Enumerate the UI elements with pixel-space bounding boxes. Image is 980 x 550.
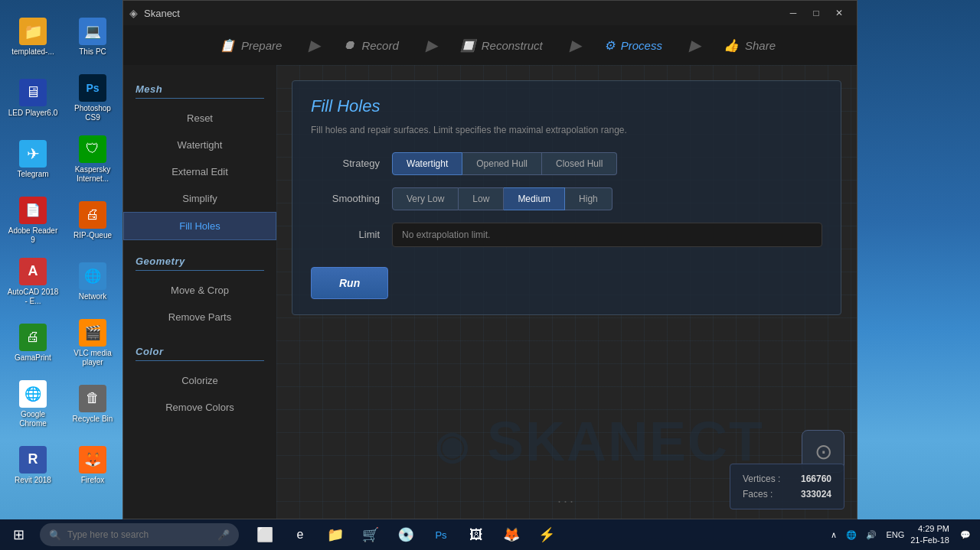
tab-share[interactable]: 👍 Share <box>693 25 791 65</box>
taskbar-search[interactable]: 🔍 🎤 <box>40 523 239 546</box>
window-controls: ─ □ ✕ <box>782 5 851 21</box>
faces-value: 333024 <box>801 489 831 500</box>
desktop-icon-vlc[interactable]: 🎬 VLC media player <box>63 312 122 373</box>
mic-icon: 🎤 <box>217 529 230 541</box>
stats-panel: Vertices : 166760 Faces : 333024 <box>730 464 844 509</box>
search-input[interactable] <box>67 529 211 540</box>
close-button[interactable]: ✕ <box>828 5 851 21</box>
app-icon: ◈ <box>129 7 138 19</box>
strategy-buttons: Watertight Opened Hull Closed Hull <box>392 152 617 175</box>
smoothing-high-button[interactable]: High <box>565 187 612 210</box>
search-icon: 🔍 <box>49 529 61 541</box>
sidebar-item-reset[interactable]: Reset <box>123 105 276 132</box>
smoothing-label: Smoothing <box>311 193 380 204</box>
panel-description: Fill holes and repair surfaces. Limit sp… <box>311 124 822 137</box>
smoothing-medium-button[interactable]: Medium <box>504 187 565 210</box>
prepare-icon: 📋 <box>220 38 235 53</box>
tab-process[interactable]: ⚙ Process <box>573 25 693 65</box>
taskbar-taskview-button[interactable]: ⬜ <box>248 519 282 550</box>
clock-date: 21-Feb-18 <box>910 535 949 546</box>
desktop-icon-revit[interactable]: R Revit 2018 <box>3 434 63 496</box>
smoothing-very-low-button[interactable]: Very Low <box>392 187 459 210</box>
tab-reconstruct[interactable]: 🔲 Reconstruct <box>430 25 573 65</box>
desktop-icon-gamaprint[interactable]: 🖨 GamaPrint <box>3 312 63 373</box>
smoothing-low-button[interactable]: Low <box>459 187 504 210</box>
desktop-icon-ledplayer[interactable]: 🖥 LED Player6.0 <box>3 67 63 129</box>
strategy-watertight-button[interactable]: Watertight <box>392 152 462 175</box>
strategy-closed-hull-button[interactable]: Closed Hull <box>542 152 617 175</box>
limit-input[interactable] <box>392 223 822 247</box>
taskbar-dvd-button[interactable]: 💿 <box>389 519 423 550</box>
desktop-icon-thispc[interactable]: 💻 This PC <box>63 6 122 67</box>
minimize-button[interactable]: ─ <box>782 5 805 21</box>
taskbar-extra-button[interactable]: ⚡ <box>530 519 564 550</box>
sidebar-section-mesh-label: Mesh <box>123 77 276 98</box>
sidebar-item-colorize[interactable]: Colorize <box>123 367 276 394</box>
record-icon: ⏺ <box>343 38 355 52</box>
sidebar-item-watertight[interactable]: Watertight <box>123 132 276 158</box>
maximize-button[interactable]: □ <box>805 5 828 21</box>
desktop-icon-ripqueue[interactable]: 🖨 RIP-Queue <box>63 190 122 251</box>
clock-time: 4:29 PM <box>910 523 949 535</box>
sidebar-item-move-crop[interactable]: Move & Crop <box>123 277 276 304</box>
desktop: 📁 templated-... 🖥 LED Player6.0 ✈ Telegr… <box>0 0 980 550</box>
mesh-section-divider <box>136 98 264 99</box>
sidebar-item-simplify[interactable]: Simplify <box>123 185 276 212</box>
tab-share-label: Share <box>745 39 776 52</box>
desktop-icon-telegram[interactable]: ✈ Telegram <box>3 129 63 190</box>
taskbar-center-icons: ⬜ e 📁 🛒 💿 Ps 🖼 🦊 ⚡ <box>242 519 828 550</box>
main-content: Mesh Reset Watertight External Edit Simp… <box>123 65 857 519</box>
desktop-icon-googlechrome[interactable]: 🌐 Google Chrome <box>3 373 63 434</box>
tab-process-label: Process <box>621 39 662 52</box>
tab-record[interactable]: ⏺ Record <box>312 25 429 65</box>
taskbar-volume-icon[interactable]: 🔊 <box>863 529 880 542</box>
taskbar-firefox-button[interactable]: 🦊 <box>495 519 528 550</box>
taskbar-clock: 4:29 PM 21-Feb-18 <box>910 523 954 547</box>
taskbar-explorer-button[interactable]: 📁 <box>318 519 352 550</box>
desktop-icon-recyclebin[interactable]: 🗑 Recycle Bin <box>63 373 122 434</box>
tab-record-label: Record <box>361 39 398 52</box>
panel-title: Fill Holes <box>311 96 822 116</box>
desktop-icon-network[interactable]: 🌐 Network <box>63 251 122 312</box>
share-icon: 👍 <box>724 38 739 53</box>
camera-icon: ⊙ <box>815 439 832 464</box>
sidebar: Mesh Reset Watertight External Edit Simp… <box>123 65 276 519</box>
right-panel: ◉ SKANECT Fill Holes Fill holes and repa… <box>276 65 857 519</box>
title-bar: ◈ Skanect ─ □ ✕ <box>123 1 857 25</box>
taskbar-notification-icon[interactable]: 💬 <box>957 529 974 542</box>
process-icon: ⚙ <box>604 38 615 53</box>
strategy-opened-hull-button[interactable]: Opened Hull <box>462 152 542 175</box>
taskbar-expand-icon[interactable]: ∧ <box>828 529 840 542</box>
smoothing-row: Smoothing Very Low Low Medium High <box>311 187 822 210</box>
desktop-icon-photoshop[interactable]: Ps Photoshop CS9 <box>63 67 122 129</box>
skanect-window: ◈ Skanect ─ □ ✕ 📋 Prepare ⏺ Record 🔲 Rec… <box>122 0 858 519</box>
desktop-icon-adobereader[interactable]: 📄 Adobe Reader 9 <box>3 190 63 251</box>
taskbar-store-button[interactable]: 🛒 <box>354 519 387 550</box>
desktop-icon-autocad[interactable]: A AutoCAD 2018 - E... <box>3 251 63 312</box>
taskbar-photos-button[interactable]: 🖼 <box>459 519 493 550</box>
faces-row: Faces : 333024 <box>743 489 831 500</box>
desktop-icon-templated[interactable]: 📁 templated-... <box>3 6 63 67</box>
nav-tabs: 📋 Prepare ⏺ Record 🔲 Reconstruct ⚙ Proce… <box>123 25 857 65</box>
taskbar-edge-button[interactable]: e <box>283 519 317 550</box>
tab-prepare[interactable]: 📋 Prepare <box>189 25 312 65</box>
sidebar-item-external-edit[interactable]: External Edit <box>123 158 276 185</box>
smoothing-buttons: Very Low Low Medium High <box>392 187 612 210</box>
run-button[interactable]: Run <box>311 267 388 299</box>
sidebar-section-color-label: Color <box>123 340 276 360</box>
tab-reconstruct-label: Reconstruct <box>482 39 543 52</box>
start-button[interactable]: ⊞ <box>0 519 37 550</box>
desktop-icon-kaspersky[interactable]: 🛡 Kaspersky Internet... <box>63 129 122 190</box>
taskbar-photoshop-button[interactable]: Ps <box>424 519 458 550</box>
fill-holes-panel: Fill Holes Fill holes and repair surface… <box>292 80 841 315</box>
sidebar-item-remove-parts[interactable]: Remove Parts <box>123 304 276 330</box>
tab-prepare-label: Prepare <box>241 39 282 52</box>
taskbar-right: ∧ 🌐 🔊 ENG 4:29 PM 21-Feb-18 💬 <box>828 523 980 547</box>
sidebar-section-geometry-label: Geometry <box>123 249 276 270</box>
strategy-label: Strategy <box>311 158 380 169</box>
desktop-icon-firefox[interactable]: 🦊 Firefox <box>63 434 122 496</box>
taskbar-network-icon[interactable]: 🌐 <box>843 529 860 542</box>
sidebar-item-remove-colors[interactable]: Remove Colors <box>123 394 276 421</box>
sidebar-item-fill-holes[interactable]: Fill Holes <box>123 212 276 240</box>
limit-label: Limit <box>311 229 380 240</box>
